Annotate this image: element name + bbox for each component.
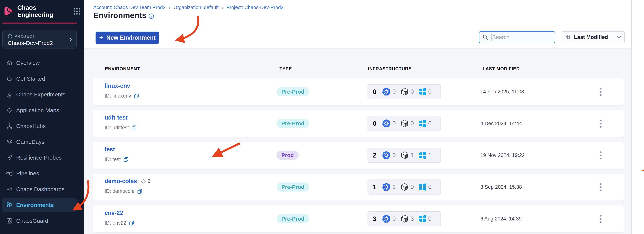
breadcrumb-account-link[interactable]: Account: Chaos Dev Team Prod2 bbox=[93, 4, 166, 10]
windows-icon bbox=[419, 151, 426, 159]
sidebar-item-overview[interactable]: Overview bbox=[2, 56, 77, 69]
infra-windows-count: 0 bbox=[428, 120, 432, 127]
infrastructure-summary: 3 0 3 0 bbox=[368, 211, 441, 226]
environment-name-link[interactable]: udit-test bbox=[104, 114, 128, 121]
type-badge: Pre-Prod bbox=[276, 214, 309, 223]
linux-icon bbox=[400, 88, 409, 96]
sidebar-item-gamedays[interactable]: GameDays bbox=[2, 135, 77, 149]
flask-icon bbox=[6, 91, 13, 98]
windows-icon bbox=[419, 120, 426, 127]
sidebar-item-chaos-dashboards[interactable]: Chaos Dashboards bbox=[2, 183, 77, 196]
infra-windows-count: 0 bbox=[428, 184, 432, 190]
environment-id: ID: democole bbox=[104, 188, 134, 194]
last-modified-value: 19 Nov 2024, 19:22 bbox=[480, 142, 525, 169]
environment-row[interactable]: env-22 ID: env22 Pre-Prod 3 0 3 0 6 Aug … bbox=[92, 206, 624, 232]
environment-name-link[interactable]: linux-env bbox=[104, 82, 130, 89]
lock-shield-icon bbox=[6, 218, 13, 224]
linux-icon bbox=[400, 215, 409, 223]
infrastructure-summary: 0 0 0 0 bbox=[368, 116, 441, 131]
chevron-down-icon bbox=[616, 36, 621, 39]
copy-icon[interactable] bbox=[137, 189, 142, 194]
harness-chaos-logo-icon[interactable] bbox=[3, 6, 13, 16]
sidebar-item-environments[interactable]: Environments bbox=[2, 198, 77, 212]
environment-name-link[interactable]: demo-coles bbox=[104, 178, 137, 185]
breadcrumb-organization-link[interactable]: Organization: default bbox=[174, 4, 218, 10]
infra-k8s-count: 0 bbox=[392, 152, 396, 159]
tag-icon bbox=[140, 178, 146, 184]
project-selector[interactable]: PROJECT Chaos-Dev-Prod2 › bbox=[2, 30, 76, 48]
pipeline-icon bbox=[6, 170, 13, 177]
kubernetes-icon bbox=[382, 87, 391, 96]
sidebar-item-get-started[interactable]: Get Started bbox=[2, 72, 77, 85]
environment-row[interactable]: demo-coles 3 ID: democole Pre-Prod 1 1 0… bbox=[92, 174, 624, 201]
infra-k8s-count: 1 bbox=[392, 184, 396, 190]
get-started-icon bbox=[6, 75, 13, 82]
row-menu-button[interactable] bbox=[597, 213, 604, 225]
environment-id: ID: linuxenv bbox=[104, 93, 131, 99]
column-header-last-modified: LAST MODIFIED bbox=[482, 66, 520, 71]
copy-icon[interactable] bbox=[129, 221, 134, 226]
environment-name-link[interactable]: test bbox=[104, 146, 115, 153]
column-header-type: TYPE bbox=[280, 66, 292, 71]
infra-linux-count: 0 bbox=[410, 88, 414, 95]
tags-count: 3 bbox=[148, 178, 150, 184]
copy-icon[interactable] bbox=[134, 93, 139, 99]
hexagons-icon bbox=[6, 202, 13, 209]
last-modified-value: 6 Aug 2024, 14:39 bbox=[480, 206, 522, 232]
type-badge: Pre-Prod bbox=[276, 87, 309, 96]
kubernetes-icon bbox=[382, 151, 391, 160]
sidebar-item-application-maps[interactable]: Application Maps bbox=[2, 104, 77, 117]
sort-arrows-icon bbox=[566, 34, 572, 40]
infra-linux-count: 0 bbox=[410, 120, 414, 127]
copy-icon[interactable] bbox=[132, 125, 137, 130]
environment-row[interactable]: test ID: test Prod 2 0 1 1 19 Nov 2024, … bbox=[92, 142, 624, 169]
type-badge: Pre-Prod bbox=[276, 119, 309, 128]
page-header: Account: Chaos Dev Team Prod2 › Organiza… bbox=[84, 0, 631, 27]
type-badge: Pre-Prod bbox=[276, 183, 309, 192]
environment-id: ID: env22 bbox=[104, 220, 126, 226]
sidebar-item-chaosguard[interactable]: ChaosGuard bbox=[2, 214, 77, 228]
module-switcher-grid-icon[interactable] bbox=[73, 7, 81, 15]
windows-icon bbox=[419, 88, 426, 96]
type-badge: Prod bbox=[276, 151, 299, 160]
environment-row[interactable]: linux-env ID: linuxenv Pre-Prod 0 0 0 0 … bbox=[92, 78, 624, 105]
row-menu-button[interactable] bbox=[597, 118, 604, 130]
chevron-right-icon: › bbox=[69, 34, 72, 44]
breadcrumb: Account: Chaos Dev Team Prod2 › Organiza… bbox=[93, 4, 284, 10]
scrollbar-gutter[interactable] bbox=[631, 0, 644, 234]
copy-icon[interactable] bbox=[124, 157, 129, 162]
environment-row[interactable]: udit-test ID: udittest Pre-Prod 0 0 0 0 … bbox=[92, 110, 624, 137]
kubernetes-icon bbox=[382, 119, 391, 128]
column-header-infrastructure: INFRASTRUCTURE bbox=[368, 66, 412, 71]
environments-list: ENVIRONMENT TYPE INFRASTRUCTURE LAST MOD… bbox=[84, 48, 631, 234]
row-menu-button[interactable] bbox=[597, 181, 604, 193]
kubernetes-icon bbox=[382, 183, 391, 191]
project-label: PROJECT bbox=[14, 34, 35, 38]
sidebar-item-resilience-probes[interactable]: Resilience Probes bbox=[2, 151, 77, 164]
sidebar-item-pipelines[interactable]: Pipelines bbox=[2, 167, 77, 180]
breadcrumb-separator: › bbox=[222, 4, 224, 10]
module-header: Chaos Engineering bbox=[3, 6, 81, 17]
breadcrumb-project-link[interactable]: Project: Chaos-Dev-Prod2 bbox=[226, 4, 284, 10]
sidebar-item-chaos-experiments[interactable]: Chaos Experiments bbox=[2, 88, 77, 101]
sort-dropdown[interactable]: Last Modified bbox=[562, 31, 625, 43]
info-icon[interactable] bbox=[148, 13, 154, 19]
text-caret bbox=[491, 34, 492, 41]
linux-icon bbox=[400, 119, 409, 128]
search-input[interactable] bbox=[492, 34, 549, 40]
infra-total-count: 1 bbox=[373, 183, 376, 191]
row-menu-button[interactable] bbox=[597, 149, 604, 161]
environment-name-link[interactable]: env-22 bbox=[104, 210, 123, 216]
infra-k8s-count: 0 bbox=[392, 215, 396, 222]
new-environment-button[interactable]: + New Environment bbox=[96, 31, 159, 44]
toolbar: + New Environment Last Modified bbox=[84, 27, 631, 48]
search-box[interactable] bbox=[479, 31, 555, 43]
plus-icon: + bbox=[99, 33, 103, 41]
sidebar-item-chaoshubs[interactable]: ChaosHubs bbox=[2, 120, 77, 133]
infra-total-count: 3 bbox=[373, 215, 376, 223]
infra-linux-count: 3 bbox=[410, 215, 414, 222]
sidebar: Chaos Engineering PROJECT Chaos-Dev-Prod… bbox=[0, 0, 84, 234]
last-modified-value: 14 Feb 2025, 11:08 bbox=[480, 78, 524, 105]
row-menu-button[interactable] bbox=[597, 86, 604, 98]
dashboard-grid-icon bbox=[6, 186, 13, 193]
